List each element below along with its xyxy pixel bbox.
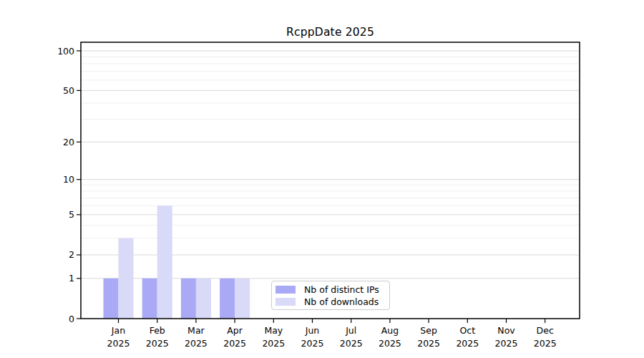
bar-downloads-apr xyxy=(235,279,250,319)
legend-label-downloads: Nb of downloads xyxy=(304,296,379,307)
x-tick-label-year: 2025 xyxy=(495,338,518,349)
x-tick-label-month: Mar xyxy=(187,325,205,336)
plot-border xyxy=(81,42,580,319)
x-tick-label-month: Dec xyxy=(537,325,554,336)
x-tick-label-month: Oct xyxy=(459,325,475,336)
y-tick-label: 50 xyxy=(63,85,74,96)
y-tick-label: 0 xyxy=(69,314,74,324)
x-tick-label-month: Jun xyxy=(305,325,320,336)
bar-distinct-ips-jan xyxy=(104,279,119,319)
bar-downloads-mar xyxy=(196,279,211,319)
legend-item-distinct-ips: Nb of distinct IPs xyxy=(272,284,389,295)
legend-swatch-downloads-icon xyxy=(275,298,296,306)
x-tick-label-month: Jul xyxy=(345,325,356,336)
bar-downloads-jan xyxy=(119,238,134,319)
x-tick-label-year: 2025 xyxy=(417,338,440,349)
legend-label-distinct-ips: Nb of distinct IPs xyxy=(304,284,379,295)
y-tick-label: 20 xyxy=(63,137,74,147)
x-tick-label-year: 2025 xyxy=(262,338,285,349)
legend: Nb of distinct IPs Nb of downloads xyxy=(271,281,390,310)
x-tick-label-month: Nov xyxy=(497,325,515,336)
x-tick-label-month: Aug xyxy=(381,325,399,336)
bar-downloads-feb xyxy=(157,205,172,319)
x-tick-label-year: 2025 xyxy=(107,338,130,349)
x-tick-label-month: Sep xyxy=(420,325,437,336)
y-tick-label: 5 xyxy=(69,209,74,220)
x-tick-label-year: 2025 xyxy=(223,338,246,349)
bar-distinct-ips-apr xyxy=(220,279,235,319)
x-tick-label-year: 2025 xyxy=(456,338,479,349)
bar-distinct-ips-mar xyxy=(181,279,196,319)
x-tick-label-month: Jan xyxy=(111,325,125,336)
y-tick-label: 1 xyxy=(69,273,74,284)
x-tick-label-month: May xyxy=(264,325,283,336)
x-tick-label-year: 2025 xyxy=(146,338,169,349)
bar-distinct-ips-feb xyxy=(142,279,157,319)
x-tick-label-year: 2025 xyxy=(301,338,324,349)
y-tick-label: 2 xyxy=(69,249,74,260)
legend-item-downloads: Nb of downloads xyxy=(272,296,389,307)
chart-figure: 0125102050100Jan2025Feb2025Mar2025Apr202… xyxy=(0,0,644,358)
x-tick-label-year: 2025 xyxy=(185,338,208,349)
x-tick-label-month: Apr xyxy=(227,325,243,336)
x-tick-label-year: 2025 xyxy=(534,338,557,349)
y-tick-label: 100 xyxy=(57,46,74,57)
y-tick-label: 10 xyxy=(63,174,74,185)
x-tick-label-year: 2025 xyxy=(379,338,401,349)
legend-swatch-distinct-ips-icon xyxy=(275,286,296,294)
chart-title: RcppDate 2025 xyxy=(81,26,580,39)
x-tick-label-month: Feb xyxy=(150,325,165,336)
x-tick-label-year: 2025 xyxy=(340,338,363,349)
